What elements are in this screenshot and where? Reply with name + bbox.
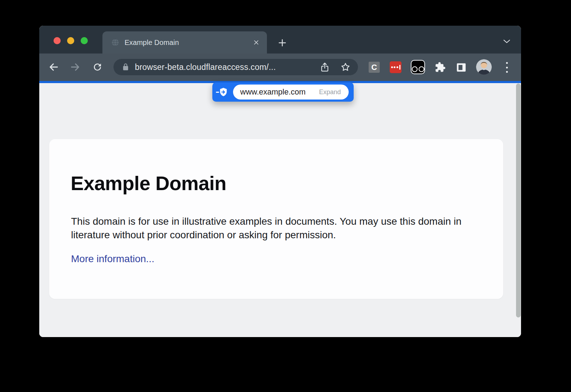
globe-icon bbox=[111, 38, 120, 47]
vertical-scrollbar-thumb[interactable] bbox=[516, 83, 521, 317]
extension-c-label: C bbox=[372, 63, 377, 72]
profile-avatar[interactable] bbox=[476, 59, 492, 75]
url-text: browser-beta.cloudflareaccess.com/... bbox=[135, 62, 319, 72]
three-dot-menu-icon[interactable] bbox=[504, 62, 509, 73]
zoom-window-button[interactable] bbox=[81, 37, 88, 44]
expand-button[interactable]: Expand bbox=[319, 88, 341, 96]
side-panel-icon[interactable] bbox=[456, 62, 467, 73]
isolated-domain-text: www.example.com bbox=[240, 87, 305, 97]
extensions-puzzle-icon[interactable] bbox=[435, 62, 446, 73]
minimize-window-button[interactable] bbox=[67, 37, 74, 44]
close-tab-icon[interactable] bbox=[252, 38, 261, 47]
lastpass-extension-icon[interactable] bbox=[390, 61, 401, 73]
page-viewport: www.example.com Expand Example Domain Th… bbox=[39, 83, 521, 337]
isolation-domain-field: www.example.com Expand bbox=[233, 85, 349, 100]
toolbar: browser-beta.cloudflareaccess.com/... C bbox=[39, 54, 521, 81]
browser-window: Example Domain browser-beta.cloudflareac bbox=[39, 26, 521, 337]
close-window-button[interactable] bbox=[54, 37, 61, 44]
back-button[interactable] bbox=[48, 61, 59, 73]
content-card: Example Domain This domain is for use in… bbox=[49, 139, 503, 299]
bookmark-star-icon[interactable] bbox=[340, 62, 351, 72]
share-icon[interactable] bbox=[319, 62, 330, 72]
more-information-link[interactable]: More information... bbox=[71, 253, 154, 265]
page-title: Example Domain bbox=[71, 172, 226, 195]
new-tab-button[interactable] bbox=[274, 35, 290, 51]
page-paragraph: This domain is for use in illustrative e… bbox=[71, 215, 481, 242]
lock-icon[interactable] bbox=[121, 63, 130, 71]
tab-example-domain[interactable]: Example Domain bbox=[102, 31, 267, 54]
forward-button[interactable] bbox=[70, 61, 81, 73]
extension-c-icon[interactable]: C bbox=[369, 62, 380, 73]
chevron-down-icon[interactable] bbox=[502, 39, 511, 46]
tab-title: Example Domain bbox=[125, 39, 252, 47]
tab-strip: Example Domain bbox=[39, 26, 521, 54]
two-circles-extension-icon[interactable] bbox=[411, 60, 425, 74]
address-bar[interactable]: browser-beta.cloudflareaccess.com/... bbox=[113, 59, 358, 75]
isolation-domain-pill: www.example.com Expand bbox=[212, 82, 354, 102]
shield-arrow-isolation-icon bbox=[218, 87, 228, 97]
reload-button[interactable] bbox=[92, 61, 103, 73]
